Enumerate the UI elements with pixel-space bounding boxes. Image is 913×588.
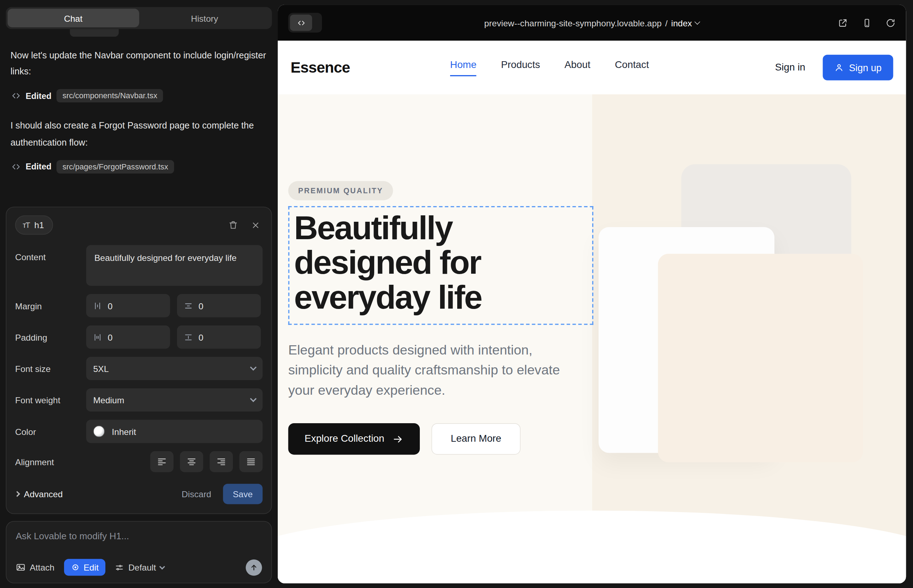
delete-element-button[interactable] [226, 218, 240, 233]
premium-badge: PREMIUM QUALITY [288, 181, 393, 200]
open-external-button[interactable] [838, 18, 848, 28]
chat-messages[interactable]: Now let's update the Navbar component to… [6, 29, 272, 207]
arrow-up-icon [250, 563, 258, 571]
close-icon[interactable] [249, 218, 262, 232]
image-icon [16, 562, 26, 572]
file-chip[interactable]: src/pages/ForgotPassword.tsx [57, 160, 174, 173]
chat-message: I should also create a Forgot Password p… [10, 118, 267, 150]
chevron-right-icon [14, 491, 20, 497]
refresh-button[interactable] [885, 18, 895, 28]
edit-mode-button[interactable]: Edit [64, 559, 106, 575]
hero-heading[interactable]: Beautifully designed for everyday life [294, 211, 586, 314]
learn-more-button[interactable]: Learn More [432, 423, 521, 455]
default-model-button[interactable]: Default [115, 562, 164, 572]
target-icon [71, 563, 80, 572]
clipped-chip [70, 29, 118, 37]
chevron-down-icon [159, 564, 165, 569]
selected-h1-outline[interactable]: Beautifully designed for everyday life [288, 206, 593, 325]
margin-x-input[interactable]: 0 [86, 294, 170, 317]
panel-tabs: Chat History [6, 7, 272, 29]
margin-y-input[interactable]: 0 [177, 294, 261, 317]
padding-x-input[interactable]: 0 [86, 325, 170, 349]
edited-file-row: Edited src/components/Navbar.tsx [12, 89, 267, 103]
site-logo[interactable]: Essence [291, 58, 350, 76]
padding-label: Padding [15, 332, 86, 342]
arrow-right-icon [392, 433, 403, 444]
file-chip[interactable]: src/components/Navbar.tsx [57, 89, 163, 103]
margin-horizontal-icon [93, 301, 102, 310]
edited-file-row: Edited src/pages/ForgotPassword.tsx [12, 160, 267, 173]
padding-vertical-icon [184, 333, 193, 342]
font-size-select[interactable]: 5XL [86, 357, 262, 380]
preview-toolbar: preview--charming-site-symphony.lovable.… [278, 5, 906, 40]
sign-up-button[interactable]: Sign up [823, 55, 894, 81]
font-weight-label: Font weight [15, 395, 86, 405]
chevron-down-icon [695, 19, 701, 24]
refresh-icon [885, 18, 895, 28]
align-right-button[interactable] [210, 451, 233, 472]
send-button[interactable] [246, 559, 262, 575]
nav-link-products[interactable]: Products [501, 59, 540, 76]
hero-section: PREMIUM QUALITY Beautifully designed for… [278, 94, 906, 583]
chat-message: Now let's update the Navbar component to… [10, 47, 267, 80]
alignment-label: Alignment [15, 457, 86, 467]
sliders-icon [115, 563, 124, 572]
save-button[interactable]: Save [223, 484, 263, 504]
hero-paragraph[interactable]: Elegant products designed with intention… [288, 340, 575, 400]
selected-tag-label: h1 [34, 220, 44, 230]
advanced-toggle[interactable]: Advanced [15, 489, 63, 499]
padding-horizontal-icon [93, 333, 102, 342]
typography-icon: тT [23, 221, 29, 229]
composer-input[interactable]: Ask Lovable to modify H1... [16, 531, 262, 541]
edited-label: Edited [26, 92, 51, 101]
preview-page: index [671, 18, 692, 28]
external-link-icon [838, 18, 848, 28]
site-preview: Essence Home Products About Contact Sign… [278, 40, 906, 583]
site-navbar: Essence Home Products About Contact Sign… [278, 40, 906, 94]
chat-panel: Chat History Now let's update the Navbar… [0, 0, 278, 588]
font-size-label: Font size [15, 363, 86, 373]
code-icon [12, 162, 21, 171]
chevron-down-icon [250, 396, 257, 402]
chat-composer: Ask Lovable to modify H1... Attach Edit … [6, 521, 272, 583]
color-swatch [93, 426, 105, 438]
code-view-toggle[interactable] [288, 13, 322, 33]
preview-domain: preview--charming-site-symphony.lovable.… [484, 18, 662, 28]
align-center-button[interactable] [180, 451, 203, 472]
code-icon [12, 92, 21, 100]
nav-link-contact[interactable]: Contact [615, 59, 649, 76]
attach-button[interactable]: Attach [16, 562, 55, 572]
smartphone-icon [862, 18, 872, 28]
align-left-button[interactable] [150, 451, 173, 472]
padding-y-input[interactable]: 0 [177, 325, 261, 349]
nav-link-home[interactable]: Home [450, 59, 476, 76]
decor-card-cream [658, 254, 863, 462]
content-input[interactable]: Beautifully designed for everyday life [86, 245, 262, 286]
preview-pane: preview--charming-site-symphony.lovable.… [278, 5, 906, 583]
mobile-view-button[interactable] [862, 18, 872, 28]
app-window: Chat History Now let's update the Navbar… [0, 0, 913, 588]
site-nav-links: Home Products About Contact [450, 59, 649, 76]
user-icon [834, 63, 843, 72]
sign-in-link[interactable]: Sign in [775, 61, 805, 73]
explore-collection-button[interactable]: Explore Collection [288, 423, 420, 455]
tab-chat[interactable]: Chat [8, 9, 139, 27]
margin-vertical-icon [184, 301, 193, 310]
nav-link-about[interactable]: About [564, 59, 590, 76]
margin-label: Margin [15, 301, 86, 311]
preview-url[interactable]: preview--charming-site-symphony.lovable.… [484, 18, 700, 28]
edited-label: Edited [26, 162, 51, 171]
selected-element-pill[interactable]: тT h1 [15, 215, 53, 234]
color-select[interactable]: Inherit [86, 420, 262, 443]
discard-button[interactable]: Discard [181, 489, 211, 499]
section-curve [278, 510, 906, 583]
chevron-down-icon [250, 364, 257, 371]
color-label: Color [15, 426, 86, 436]
tab-history[interactable]: History [139, 9, 270, 27]
content-label: Content [15, 245, 86, 262]
align-justify-button[interactable] [239, 451, 262, 472]
element-editor-panel: тT h1 Content Beautifully designed for e… [6, 207, 272, 514]
code-icon [290, 15, 312, 31]
font-weight-select[interactable]: Medium [86, 388, 262, 412]
